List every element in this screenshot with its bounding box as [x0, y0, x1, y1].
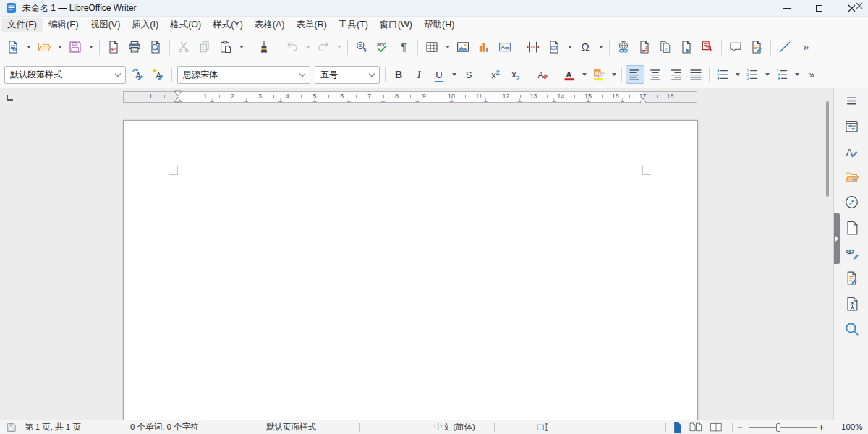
- vertical-scrollbar-thumb[interactable]: [826, 101, 829, 197]
- underline-button[interactable]: U: [430, 65, 448, 84]
- new-style-button[interactable]: A: [149, 65, 168, 84]
- save-button[interactable]: [66, 38, 85, 56]
- cut-button[interactable]: [174, 38, 193, 56]
- font-name-select[interactable]: 思源宋体: [177, 66, 310, 84]
- insert-line-button[interactable]: [775, 38, 794, 56]
- outline-list-button[interactable]: 1: [773, 65, 791, 84]
- close-button[interactable]: [835, 0, 868, 17]
- italic-button[interactable]: I: [409, 65, 428, 84]
- underline-dropdown[interactable]: [450, 65, 458, 84]
- word-count-status[interactable]: 0 个单词, 0 个字符: [130, 420, 199, 434]
- toolbar-overflow-button[interactable]: »: [796, 38, 815, 56]
- navigator-deck-button[interactable]: [842, 192, 861, 211]
- bold-button[interactable]: B: [389, 65, 408, 84]
- align-left-button[interactable]: [626, 65, 644, 84]
- menu-item-form[interactable]: 表单(R): [291, 18, 333, 32]
- formatbar-overflow-button[interactable]: »: [802, 65, 821, 84]
- print-button[interactable]: [125, 38, 144, 56]
- insert-special-character-dropdown[interactable]: [597, 38, 605, 56]
- insert-hyperlink-button[interactable]: [614, 38, 633, 56]
- single-page-view-button[interactable]: [671, 421, 684, 434]
- paragraph-style-select[interactable]: 默认段落样式: [4, 66, 126, 84]
- outline-list-dropdown[interactable]: [793, 65, 801, 84]
- gallery-deck-button[interactable]: [842, 167, 861, 186]
- style-inspector-deck-button[interactable]: [842, 243, 861, 262]
- sidebar-hide-button[interactable]: [834, 213, 840, 264]
- page-style-status[interactable]: 默认页面样式: [266, 420, 316, 434]
- redo-dropdown[interactable]: [335, 38, 343, 56]
- selection-mode-icon[interactable]: [537, 422, 549, 434]
- paste-button[interactable]: [216, 38, 235, 56]
- open-dropdown[interactable]: [56, 38, 64, 56]
- insert-field-dropdown[interactable]: [566, 38, 574, 56]
- font-color-dropdown[interactable]: [580, 65, 588, 84]
- zoom-in-button[interactable]: +: [819, 420, 825, 434]
- right-indent-marker[interactable]: [639, 98, 647, 104]
- manage-changes-deck-button[interactable]: [842, 268, 861, 287]
- accessibility-check-deck-button[interactable]: [842, 294, 861, 312]
- menu-item-table[interactable]: 表格(A): [249, 18, 291, 32]
- page-deck-button[interactable]: [842, 218, 861, 237]
- menu-item-help[interactable]: 帮助(H): [418, 18, 460, 32]
- align-right-button[interactable]: [666, 65, 685, 84]
- properties-deck-button[interactable]: [842, 116, 861, 135]
- tab-stop-type-selector[interactable]: [7, 95, 13, 101]
- zoom-slider-track[interactable]: [749, 427, 817, 428]
- horizontal-ruler[interactable]: 1123456789101112131415161718⊥⊥⊥⊥⊥⊥⊥⊥⊥⊥⊥⊥…: [123, 91, 697, 103]
- new-document-button[interactable]: [4, 38, 22, 56]
- insert-chart-button[interactable]: [475, 38, 493, 56]
- print-preview-button[interactable]: [146, 38, 165, 56]
- spelling-button[interactable]: abc: [373, 38, 392, 56]
- redo-button[interactable]: [314, 38, 333, 56]
- menu-item-window[interactable]: 窗口(W): [374, 18, 418, 32]
- zoom-slider-thumb[interactable]: [776, 423, 780, 432]
- menu-item-styles[interactable]: 样式(Y): [207, 18, 249, 32]
- copy-button[interactable]: [195, 38, 214, 56]
- insert-cross-reference-button[interactable]: [698, 38, 717, 56]
- clone-formatting-button[interactable]: [255, 38, 273, 56]
- insert-footnote-button[interactable]: 1: [635, 38, 654, 56]
- paste-dropdown[interactable]: [237, 38, 245, 56]
- paragraph-style-select-dropdown[interactable]: [111, 67, 125, 83]
- undo-button[interactable]: [283, 38, 302, 56]
- find-deck-button[interactable]: [842, 319, 861, 338]
- font-size-select[interactable]: 五号: [315, 66, 380, 84]
- insert-table-button[interactable]: [422, 38, 441, 56]
- book-view-button[interactable]: [710, 421, 723, 434]
- numbered-list-button[interactable]: 123: [743, 65, 762, 84]
- font-size-select-dropdown[interactable]: [365, 67, 379, 83]
- insert-field-button[interactable]: [545, 38, 563, 56]
- insert-special-character-button[interactable]: Ω: [576, 38, 595, 56]
- new-document-dropdown[interactable]: [25, 38, 33, 56]
- align-justify-button[interactable]: [686, 65, 705, 84]
- menu-item-tools[interactable]: 工具(T): [333, 18, 374, 32]
- open-button[interactable]: [35, 38, 54, 56]
- insert-endnote-button[interactable]: [i]: [656, 38, 675, 56]
- strikethrough-button[interactable]: S: [459, 65, 478, 84]
- align-center-button[interactable]: [646, 65, 665, 84]
- page-number-status[interactable]: 第 1 页, 共 1 页: [25, 420, 81, 434]
- left-indent-marker[interactable]: [174, 90, 182, 103]
- insert-bookmark-button[interactable]: [677, 38, 696, 56]
- update-style-button[interactable]: A: [129, 65, 148, 84]
- highlight-color-button[interactable]: ab: [590, 65, 608, 84]
- export-pdf-button[interactable]: [104, 38, 123, 56]
- minimize-button[interactable]: [770, 0, 803, 17]
- insert-comment-button[interactable]: [726, 38, 745, 56]
- document-page[interactable]: [123, 120, 698, 420]
- menu-item-format[interactable]: 格式(O): [164, 18, 207, 32]
- formatting-marks-button[interactable]: ¶: [394, 38, 413, 56]
- insert-page-break-button[interactable]: [524, 38, 542, 56]
- insert-text-box-button[interactable]: A: [495, 38, 514, 56]
- find-replace-button[interactable]: ad: [352, 38, 371, 56]
- track-changes-button[interactable]: [747, 38, 766, 56]
- font-name-select-dropdown[interactable]: [295, 67, 310, 83]
- sidebar-settings-button[interactable]: [842, 91, 861, 110]
- maximize-button[interactable]: [803, 0, 835, 17]
- bullet-list-button[interactable]: [713, 65, 732, 84]
- insert-table-dropdown[interactable]: [443, 38, 451, 56]
- zoom-level-status[interactable]: 100%: [841, 420, 862, 434]
- zoom-out-button[interactable]: −: [737, 420, 743, 434]
- menu-item-edit[interactable]: 编辑(E): [43, 18, 85, 32]
- highlight-color-dropdown[interactable]: [610, 65, 618, 84]
